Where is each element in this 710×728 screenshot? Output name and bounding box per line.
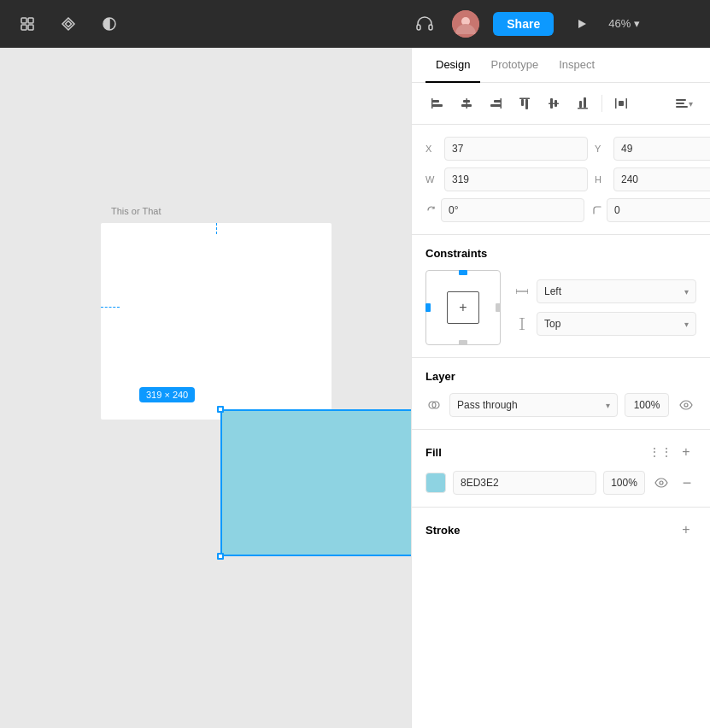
layer-visibility-icon[interactable]: [676, 395, 696, 415]
xy-row: X Y: [425, 137, 696, 161]
align-right-icon[interactable]: [484, 91, 508, 115]
svg-rect-15: [494, 100, 501, 103]
blend-mode-arrow: ▾: [606, 401, 610, 410]
panel-tabs: Design Prototype Inspect: [412, 48, 710, 83]
play-icon[interactable]: [567, 10, 595, 38]
svg-rect-14: [466, 98, 468, 109]
x-label: X: [425, 144, 437, 154]
vertical-constraint-arrow: ▾: [684, 320, 689, 329]
align-top-icon[interactable]: [513, 91, 537, 115]
rotation-corner-row: [425, 198, 696, 222]
stroke-add-icon[interactable]: +: [676, 520, 696, 540]
zoom-control[interactable]: 46% ▾: [608, 17, 640, 30]
selection-border: [220, 409, 411, 556]
fill-color-swatch[interactable]: [425, 473, 446, 493]
theme-icon[interactable]: [96, 10, 123, 38]
align-separator: [601, 95, 602, 112]
h-input[interactable]: [613, 167, 710, 191]
vertical-constraint-row: Top ▾: [514, 312, 696, 336]
rotation-input[interactable]: [441, 198, 584, 222]
svg-rect-1: [28, 18, 33, 23]
constraints-content: + Left ▾: [425, 270, 696, 345]
blend-mode-icon: [425, 396, 443, 414]
align-left-icon[interactable]: [425, 91, 449, 115]
svg-rect-24: [579, 101, 582, 108]
y-input[interactable]: [613, 137, 710, 161]
svg-rect-5: [417, 25, 420, 30]
topbar-center: Share 46% ▾: [355, 10, 697, 38]
measure-vertical: [216, 223, 217, 234]
fill-visibility-icon[interactable]: [652, 473, 671, 493]
more-align-icon[interactable]: ▾: [672, 91, 696, 115]
svg-rect-30: [676, 99, 686, 101]
components-icon[interactable]: [55, 10, 82, 38]
tab-prototype[interactable]: Prototype: [480, 48, 549, 83]
fill-add-icon[interactable]: +: [676, 442, 696, 462]
fill-header: Fill ⋮⋮ +: [425, 442, 696, 462]
align-bottom-icon[interactable]: [571, 91, 595, 115]
w-input[interactable]: [444, 167, 588, 191]
vertical-constraint-value: Top: [544, 318, 678, 330]
constraints-dropdowns: Left ▾ Top: [514, 279, 696, 336]
align-toolbar: ▾: [412, 83, 710, 125]
wh-row: W H: [425, 167, 696, 191]
svg-rect-17: [501, 98, 502, 109]
constraints-section: Constraints +: [412, 235, 710, 358]
select-tool-icon[interactable]: [14, 10, 41, 38]
svg-rect-9: [432, 100, 439, 103]
selected-element[interactable]: [220, 409, 411, 556]
dimension-tooltip: 319 × 240: [139, 387, 195, 402]
h-label: H: [595, 174, 607, 185]
vertical-constraint-select[interactable]: Top ▾: [537, 312, 696, 336]
topbar-left: [14, 10, 355, 38]
svg-rect-31: [676, 103, 684, 104]
right-panel: Design Prototype Inspect: [411, 48, 710, 728]
constraints-diagram: +: [425, 270, 501, 345]
svg-rect-18: [521, 99, 524, 106]
handle-bottom-left[interactable]: [217, 553, 224, 560]
fill-opacity-input[interactable]: 100%: [603, 471, 645, 495]
svg-rect-32: [676, 106, 688, 108]
vertical-constraint-icon: [514, 318, 530, 330]
svg-point-45: [684, 403, 688, 407]
tab-design[interactable]: Design: [425, 48, 480, 83]
align-center-v-icon[interactable]: [542, 91, 566, 115]
constraint-anchor-left: [425, 303, 431, 312]
svg-rect-2: [21, 25, 26, 30]
blend-mode-value: Pass through: [457, 399, 599, 411]
tab-inspect[interactable]: Inspect: [549, 48, 605, 83]
headphone-icon[interactable]: [411, 10, 438, 38]
fill-hex-input[interactable]: [453, 471, 596, 495]
avatar[interactable]: [452, 10, 479, 38]
svg-rect-27: [615, 98, 617, 109]
corner-radius-input[interactable]: [607, 198, 710, 222]
svg-rect-23: [549, 103, 559, 105]
frame-container: [101, 223, 332, 420]
opacity-input[interactable]: 100%: [625, 393, 669, 417]
y-label: Y: [595, 144, 607, 154]
opacity-value: 100%: [634, 399, 660, 411]
fill-options-icon[interactable]: ⋮⋮: [650, 442, 671, 462]
svg-rect-6: [429, 25, 432, 30]
handle-top-left[interactable]: [217, 406, 224, 413]
svg-rect-3: [28, 25, 33, 30]
blend-mode-select[interactable]: Pass through ▾: [449, 393, 618, 417]
svg-rect-29: [619, 101, 624, 106]
frame-label: This or That: [111, 206, 161, 216]
distribute-icon[interactable]: [609, 91, 633, 115]
constraint-anchor-right: [496, 303, 501, 312]
fill-section: Fill ⋮⋮ + 100%: [412, 430, 710, 508]
align-center-h-icon[interactable]: [455, 91, 478, 115]
svg-point-46: [660, 481, 663, 484]
share-button[interactable]: Share: [493, 12, 554, 36]
fill-actions: ⋮⋮ +: [650, 442, 696, 462]
canvas[interactable]: This or That 319 × 240: [0, 48, 411, 728]
svg-rect-25: [584, 97, 586, 108]
horizontal-constraint-select[interactable]: Left ▾: [537, 279, 696, 303]
fill-remove-icon[interactable]: −: [678, 473, 696, 493]
svg-rect-28: [626, 98, 628, 109]
horizontal-constraint-icon: [514, 287, 530, 296]
x-input[interactable]: [444, 137, 588, 161]
svg-rect-16: [490, 104, 501, 107]
rotation-icon: [425, 205, 437, 215]
